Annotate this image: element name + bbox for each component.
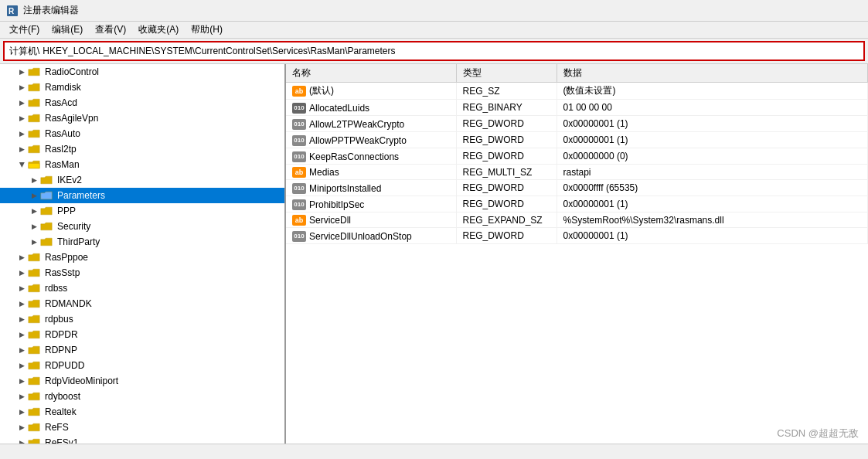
tree-label-rasman: RasMan [45,159,80,170]
cell-data: rastapi [557,165,868,180]
tree-item-rasauto[interactable]: RasAuto [0,126,284,141]
cell-data: 0x00000001 (1) [557,116,868,132]
table-row[interactable]: 010 ServiceDllUnloadOnStop REG_DWORD 0x0… [286,228,868,244]
expand-arrow-parameters[interactable] [28,189,40,202]
cell-name: 010 ServiceDllUnloadOnStop [286,228,456,244]
tree-item-security[interactable]: Security [0,219,284,234]
tree-item-rdpbus[interactable]: rdpbus [0,311,284,327]
expand-arrow-rdpvideominiport[interactable] [15,375,28,387]
expand-arrow-raspppoe[interactable] [15,251,28,264]
menu-favorites[interactable]: 收藏夹(A) [132,22,185,38]
expand-arrow-rdbss[interactable] [15,282,28,294]
tree-item-rasacd[interactable]: RasAcd [0,95,284,110]
folder-icon-rdpvideominiport [28,375,40,387]
tree-item-ikev2[interactable]: IKEv2 [0,172,284,188]
table-row[interactable]: ab Medias REG_MULTI_SZ rastapi [286,165,868,180]
table-row[interactable]: ab ServiceDll REG_EXPAND_SZ %SystemRoot%… [286,212,868,228]
expand-arrow-rasl2tp[interactable] [15,143,28,155]
tree-item-refs[interactable]: ReFS [0,420,284,435]
folder-icon-rdpbus [28,313,40,325]
tree-item-thirdparty[interactable]: ThirdParty [0,234,284,250]
tree-item-rasl2tp[interactable]: Rasl2tp [0,141,284,157]
expand-arrow-rdpnp[interactable] [15,344,28,356]
folder-icon-raspppoe [28,251,40,264]
table-row[interactable]: ab (默认) REG_SZ (数值未设置) [286,83,868,100]
cell-name: ab Medias [286,165,456,180]
tree-item-rassstp[interactable]: RasSstp [0,265,284,280]
folder-icon-ppp [40,205,53,217]
expand-arrow-ikev2[interactable] [28,174,40,186]
cell-type: REG_DWORD [456,116,557,132]
expand-arrow-rdpbus[interactable] [15,313,28,325]
table-row[interactable]: 010 AllocatedLuids REG_BINARY 01 00 00 0… [286,100,868,116]
folder-icon-rassstp [28,267,40,279]
tree-panel[interactable]: RadioControl Ramdisk RasAcd RasAgileVpn [0,64,286,444]
expand-arrow-rasagilevpn[interactable] [15,112,28,124]
cell-name: ab ServiceDll [286,212,456,228]
expand-arrow-rdpdr[interactable] [15,328,28,341]
cell-type: REG_DWORD [456,180,557,196]
menu-view[interactable]: 查看(V) [89,22,132,38]
table-row[interactable]: 010 AllowL2TPWeakCrypto REG_DWORD 0x0000… [286,116,868,132]
tree-label-rasauto: RasAuto [45,128,80,139]
folder-icon-rdyboost [28,390,40,403]
expand-arrow-realtek[interactable] [15,406,28,418]
expand-arrow-ppp[interactable] [28,205,40,217]
tree-label-ppp: PPP [57,206,76,216]
table-row[interactable]: 010 KeepRasConnections REG_DWORD 0x00000… [286,148,868,165]
cell-data: 0x00000000 (0) [557,148,868,165]
menu-file[interactable]: 文件(F) [3,22,46,38]
tree-item-rdpdr[interactable]: RDPDR [0,327,284,342]
table-row[interactable]: 010 ProhibitIpSec REG_DWORD 0x00000001 (… [286,196,868,212]
tree-item-rdpvideominiport[interactable]: RdpVideoMiniport [0,373,284,389]
col-type: 类型 [456,64,557,83]
expand-arrow-refsv1[interactable] [15,437,28,444]
tree-label-realtek: Realtek [45,406,77,417]
address-bar[interactable]: 计算机\ HKEY_LOCAL_MACHINE\SYSTEM\CurrentCo… [3,41,865,61]
reg-name: ProhibitIpSec [309,199,364,210]
main-area: RadioControl Ramdisk RasAcd RasAgileVpn [0,63,868,444]
cell-name: 010 MiniportsInstalled [286,180,456,196]
expand-arrow-rasman[interactable] [15,158,28,171]
expand-arrow-ramdisk[interactable] [15,81,28,94]
tree-item-rdyboost[interactable]: rdyboost [0,389,284,404]
type-icon-dword: 010 [292,183,306,194]
type-icon-dword: 010 [292,151,306,162]
tree-item-ramdisk[interactable]: Ramdisk [0,80,284,95]
expand-arrow-rdpudd[interactable] [15,359,28,372]
tree-item-rdbss[interactable]: rdbss [0,280,284,296]
tree-item-radiocontrol[interactable]: RadioControl [0,64,284,80]
expand-arrow-rasauto[interactable] [15,128,28,140]
tree-label-rdpdr: RDPDR [45,329,78,340]
tree-label-rdbss: rdbss [45,283,67,294]
tree-label-security: Security [57,221,90,232]
tree-item-rdpudd[interactable]: RDPUDD [0,358,284,373]
tree-item-raspppoe[interactable]: RasPppoe [0,250,284,265]
expand-arrow-rasacd[interactable] [15,97,28,109]
tree-item-refsv1[interactable]: ReFSv1 [0,435,284,444]
expand-arrow-thirdparty[interactable] [28,236,40,248]
tree-item-parameters[interactable]: Parameters [0,188,284,203]
tree-item-rdpnp[interactable]: RDPNP [0,342,284,358]
table-row[interactable]: 010 AllowPPTPWeakCrypto REG_DWORD 0x0000… [286,132,868,148]
menu-help[interactable]: 帮助(H) [185,22,229,38]
expand-arrow-rdyboost[interactable] [15,390,28,403]
folder-icon-thirdparty [40,236,53,248]
tree-label-thirdparty: ThirdParty [57,236,100,247]
expand-arrow-security[interactable] [28,220,40,233]
expand-arrow-rdmandk[interactable] [15,298,28,310]
tree-item-rdmandk[interactable]: RDMANDK [0,296,284,311]
tree-label-parameters: Parameters [57,190,105,201]
expand-arrow-refs[interactable] [15,421,28,434]
tree-item-realtek[interactable]: Realtek [0,404,284,420]
tree-item-rasman[interactable]: RasMan [0,157,284,172]
tree-item-rasagilevpn[interactable]: RasAgileVpn [0,110,284,126]
tree-label-rasacd: RasAcd [45,97,77,108]
expand-arrow-rassstp[interactable] [15,267,28,279]
menu-edit[interactable]: 编辑(E) [46,22,89,38]
table-row[interactable]: 010 MiniportsInstalled REG_DWORD 0x0000f… [286,180,868,196]
tree-item-ppp[interactable]: PPP [0,203,284,219]
expand-arrow-radiocontrol[interactable] [15,66,28,78]
svg-text:R: R [9,7,15,15]
cell-type: REG_BINARY [456,100,557,116]
